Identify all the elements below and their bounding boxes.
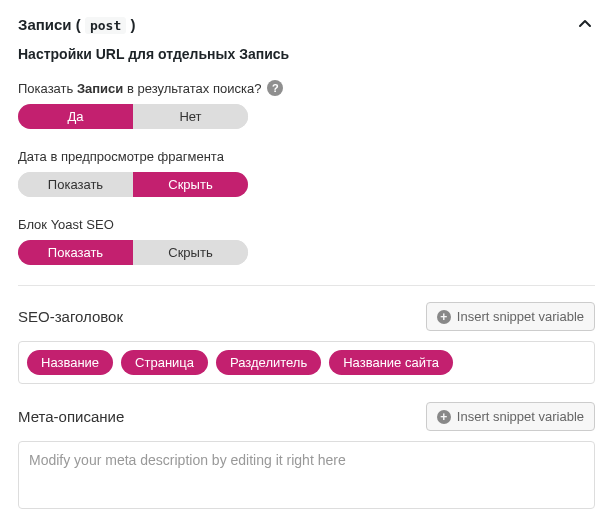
panel-title-word: Записи xyxy=(18,16,72,33)
show-in-search-label: Показать Записи в результатах поиска? ? xyxy=(18,80,595,96)
seo-title-header: SEO-заголовок Insert snippet variable xyxy=(18,302,595,331)
panel-title-code: post xyxy=(85,17,126,34)
snippet-chip[interactable]: Название xyxy=(27,350,113,375)
insert-snippet-label: Insert snippet variable xyxy=(457,409,584,424)
insert-snippet-button[interactable]: Insert snippet variable xyxy=(426,402,595,431)
meta-desc-label: Мета-описание xyxy=(18,408,124,425)
plus-circle-icon xyxy=(437,310,451,324)
help-icon[interactable]: ? xyxy=(267,80,283,96)
panel-header[interactable]: Записи ( post ) xyxy=(18,14,595,34)
show-in-search-toggle: Да Нет xyxy=(18,104,248,129)
subtitle: Настройки URL для отдельных Запись xyxy=(18,46,595,62)
seo-title-input[interactable]: Название Страница Разделитель Название с… xyxy=(18,341,595,384)
plus-circle-icon xyxy=(437,410,451,424)
toggle-show-button[interactable]: Показать xyxy=(18,240,133,265)
toggle-hide-button[interactable]: Скрыть xyxy=(133,240,248,265)
meta-desc-header: Мета-описание Insert snippet variable xyxy=(18,402,595,431)
yoast-block-label: Блок Yoast SEO xyxy=(18,217,595,232)
meta-description-input[interactable] xyxy=(18,441,595,509)
insert-snippet-label: Insert snippet variable xyxy=(457,309,584,324)
toggle-yes-button[interactable]: Да xyxy=(18,104,133,129)
yoast-block-toggle: Показать Скрыть xyxy=(18,240,248,265)
date-preview-field: Дата в предпросмотре фрагмента Показать … xyxy=(18,149,595,197)
chevron-up-icon[interactable] xyxy=(575,14,595,34)
snippet-chip[interactable]: Страница xyxy=(121,350,208,375)
date-preview-label: Дата в предпросмотре фрагмента xyxy=(18,149,595,164)
snippet-chip[interactable]: Разделитель xyxy=(216,350,321,375)
show-in-search-field: Показать Записи в результатах поиска? ? … xyxy=(18,80,595,129)
divider xyxy=(18,285,595,286)
panel-title: Записи ( post ) xyxy=(18,16,135,33)
insert-snippet-button[interactable]: Insert snippet variable xyxy=(426,302,595,331)
toggle-show-button[interactable]: Показать xyxy=(18,172,133,197)
seo-title-label: SEO-заголовок xyxy=(18,308,123,325)
snippet-chip[interactable]: Название сайта xyxy=(329,350,453,375)
toggle-no-button[interactable]: Нет xyxy=(133,104,248,129)
date-preview-toggle: Показать Скрыть xyxy=(18,172,248,197)
yoast-block-field: Блок Yoast SEO Показать Скрыть xyxy=(18,217,595,265)
toggle-hide-button[interactable]: Скрыть xyxy=(133,172,248,197)
